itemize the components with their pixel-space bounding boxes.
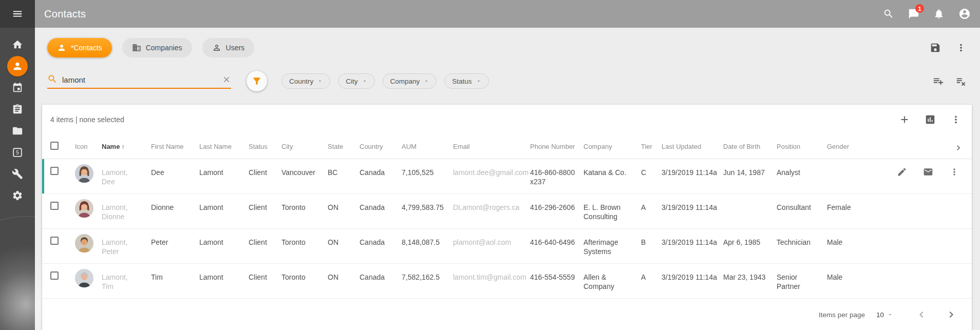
- cell-position: Senior Partner: [777, 264, 827, 291]
- cell-gender: Male: [827, 229, 864, 247]
- menu-button[interactable]: [0, 0, 35, 28]
- row-checkbox[interactable]: [50, 237, 59, 245]
- filter-city[interactable]: City: [338, 73, 374, 89]
- cell-last-updated: 3/19/2019 11:14a: [662, 194, 723, 212]
- playlist-add-icon[interactable]: [933, 75, 944, 87]
- table-row[interactable]: Lamont, Tim Tim Lamont Client Toronto ON…: [42, 264, 972, 299]
- previous-page-icon[interactable]: [915, 308, 928, 321]
- col-dob[interactable]: Date of Birth: [723, 134, 777, 150]
- chart-icon[interactable]: [925, 114, 936, 125]
- avatar-cell: [75, 229, 102, 255]
- bell-icon[interactable]: [933, 8, 945, 20]
- table-row[interactable]: Lamont, Dionne Dionne Lamont Client Toro…: [42, 194, 972, 229]
- home-icon: [12, 39, 23, 50]
- more-vert-icon[interactable]: [955, 42, 967, 53]
- sidebar-item-settings[interactable]: [0, 185, 35, 206]
- notification-badge: 1: [915, 4, 924, 13]
- search-icon[interactable]: [883, 8, 894, 20]
- tab-contacts[interactable]: *Contacts: [47, 38, 112, 57]
- add-contact-icon[interactable]: [899, 114, 910, 125]
- cell-last-name: Lamont: [199, 194, 249, 212]
- row-actions-placeholder: [864, 229, 964, 238]
- sidebar-item-tasks[interactable]: [0, 99, 35, 120]
- col-state[interactable]: State: [328, 134, 360, 150]
- col-gender[interactable]: Gender: [827, 134, 864, 150]
- search-box: [47, 74, 231, 89]
- row-checkbox[interactable]: [50, 202, 59, 210]
- tab-users[interactable]: Users: [202, 38, 255, 57]
- columns-scroll-right-icon[interactable]: [953, 134, 964, 153]
- building-icon: [132, 43, 141, 52]
- cell-last-name: Lamont: [199, 264, 249, 282]
- col-icon[interactable]: Icon: [75, 134, 102, 150]
- tab-companies[interactable]: Companies: [122, 38, 192, 57]
- sidebar-item-files[interactable]: [0, 120, 35, 142]
- filter-button[interactable]: [247, 71, 267, 91]
- messages-icon[interactable]: 1: [908, 8, 919, 20]
- cell-first-name: Tim: [151, 264, 199, 282]
- table-header: Icon Name↑ First Name Last Name Status C…: [42, 134, 972, 159]
- col-aum[interactable]: AUM: [402, 134, 453, 150]
- avatar-cell: [75, 159, 102, 185]
- col-first-name[interactable]: First Name: [151, 134, 199, 150]
- cell-country: Canada: [360, 264, 402, 282]
- col-country[interactable]: Country: [360, 134, 402, 150]
- table-row[interactable]: Lamont, Dee Dee Lamont Client Vancouver …: [42, 159, 972, 194]
- sidebar-item-calendar[interactable]: [0, 77, 35, 99]
- cell-dob: Mar 23, 1943: [723, 264, 777, 282]
- account-icon[interactable]: [958, 8, 971, 20]
- active-item-circle: [7, 56, 28, 76]
- more-vert-icon[interactable]: [950, 114, 962, 125]
- cell-name: Lamont, Tim: [102, 264, 138, 291]
- cell-gender: [827, 159, 864, 168]
- cell-position: Technician: [777, 229, 827, 247]
- col-company[interactable]: Company: [583, 134, 641, 150]
- search-input[interactable]: [62, 75, 217, 84]
- sidebar-item-five[interactable]: 5: [0, 142, 35, 163]
- tab-users-label: Users: [226, 44, 245, 52]
- cell-state: ON: [328, 229, 360, 247]
- col-phone[interactable]: Phone Number: [530, 134, 583, 150]
- filter-status[interactable]: Status: [444, 73, 488, 89]
- more-vert-icon[interactable]: [949, 167, 959, 177]
- cell-company: E. L. Brown Consulting: [583, 194, 637, 221]
- sidebar-item-tools[interactable]: [0, 163, 35, 185]
- col-status[interactable]: Status: [249, 134, 281, 150]
- cell-city: Toronto: [281, 229, 328, 247]
- cell-last-name: Lamont: [199, 229, 249, 247]
- row-checkbox[interactable]: [50, 271, 59, 280]
- cell-last-updated: 3/19/2019 11:14a: [662, 159, 723, 177]
- col-email[interactable]: Email: [453, 134, 530, 150]
- col-name[interactable]: Name↑: [102, 134, 151, 150]
- cell-aum: 7,582,162.5: [402, 264, 453, 282]
- filter-company[interactable]: Company: [383, 73, 437, 89]
- save-view-icon[interactable]: [930, 42, 941, 53]
- col-tier[interactable]: Tier: [641, 134, 662, 150]
- cell-tier: B: [641, 229, 662, 247]
- table-row[interactable]: Lamont, Peter Peter Lamont Client Toront…: [42, 229, 972, 264]
- col-last-name[interactable]: Last Name: [199, 134, 249, 150]
- cell-company: Katana & Co.: [583, 159, 637, 177]
- filter-city-label: City: [346, 77, 357, 85]
- select-all-checkbox[interactable]: [50, 142, 59, 150]
- playlist-remove-icon[interactable]: [955, 75, 967, 87]
- page-size-select[interactable]: 10: [876, 311, 893, 319]
- col-city[interactable]: City: [281, 134, 328, 150]
- cell-aum: 4,799,583.75: [402, 194, 453, 212]
- next-page-icon[interactable]: [945, 308, 957, 321]
- clear-search-icon[interactable]: [222, 75, 231, 84]
- col-position[interactable]: Position: [777, 134, 827, 150]
- svg-text:5: 5: [16, 150, 19, 156]
- cell-status: Client: [249, 159, 281, 177]
- edit-icon[interactable]: [897, 167, 907, 177]
- chevron-down-icon: [362, 79, 367, 84]
- filter-country[interactable]: Country: [281, 73, 330, 89]
- row-checkbox-cell: [50, 229, 75, 247]
- col-last-updated[interactable]: Last Updated: [662, 134, 723, 150]
- topbar-actions: 1: [883, 8, 980, 20]
- chevron-down-icon: [317, 79, 323, 84]
- sidebar-item-home[interactable]: [0, 34, 35, 55]
- row-checkbox[interactable]: [50, 167, 59, 175]
- sidebar-item-contacts[interactable]: [0, 55, 35, 77]
- email-icon[interactable]: [923, 167, 933, 177]
